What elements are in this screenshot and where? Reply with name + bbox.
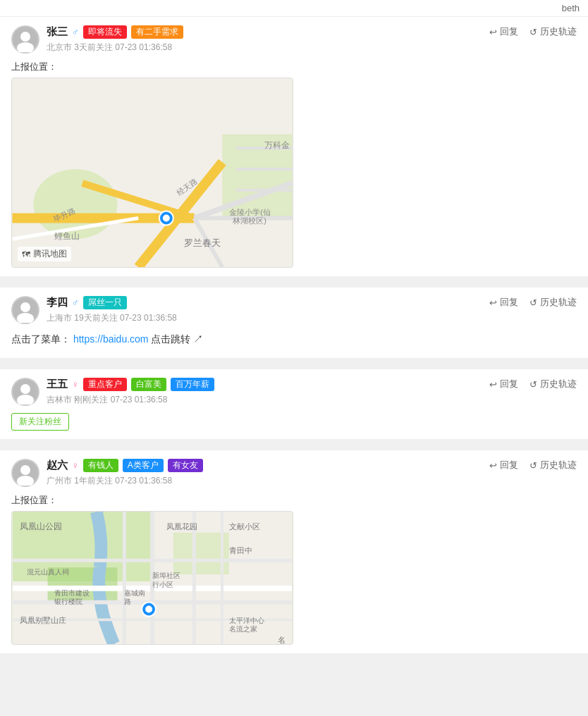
history-button-3[interactable]: ↺ 历史轨迹 (529, 378, 577, 390)
svg-text:凤凰别墅山庄: 凤凰别墅山庄 (20, 617, 66, 625)
svg-text:凤凰花园: 凤凰花园 (166, 522, 197, 531)
tag-rich: 有钱人 (83, 459, 118, 472)
history-icon: ↺ (529, 27, 537, 37)
svg-point-25 (163, 215, 170, 222)
user-info: 张三 ♂ 即将流失 有二手需求 北京市 3天前关注 07-23 01:36:58 (47, 25, 183, 54)
svg-point-30 (20, 384, 30, 394)
avatar-3 (11, 378, 39, 406)
history-icon-4: ↺ (529, 460, 537, 471)
tencent-map-label: 腾讯地图 (33, 248, 67, 260)
user-info-3: 王五 ♀ 重点客户 白富美 百万年薪 吉林市 刚刚关注 07-23 01:36:… (47, 378, 214, 406)
user-meta-3: 吉林市 刚刚关注 07-23 01:36:58 (47, 394, 214, 406)
user-name-row: 张三 ♂ 即将流失 有二手需求 (47, 25, 183, 39)
svg-text:名流之家: 名流之家 (229, 626, 257, 634)
svg-text:青田中: 青田中 (229, 547, 252, 555)
svg-text:名: 名 (278, 636, 286, 644)
user-info-2: 李四 ♂ 屌丝一只 上海市 19天前关注 07-23 01:36:58 (47, 296, 177, 324)
content-link[interactable]: https://baidu.com (73, 333, 149, 345)
history-button-2[interactable]: ↺ 历史轨迹 (529, 296, 577, 309)
svg-text:鲤鱼山: 鲤鱼山 (54, 231, 80, 241)
reply-label-2: 回复 (500, 296, 518, 309)
user-name-row-4: 赵六 ♀ 有钱人 A类客户 有女友 (47, 459, 203, 472)
user-name-row-2: 李四 ♂ 屌丝一只 (47, 296, 177, 309)
svg-point-33 (20, 465, 30, 475)
gender-icon-3: ♀ (72, 379, 79, 390)
tag-impending-loss: 即将流失 (83, 25, 127, 39)
avatar (11, 25, 39, 54)
external-link-icon: ↗ (193, 333, 203, 345)
svg-text:凤凰山公园: 凤凰山公园 (20, 521, 62, 531)
tag-secondhand: 有二手需求 (131, 25, 183, 39)
svg-text:文献小区: 文献小区 (229, 522, 260, 531)
user-meta-2: 上海市 19天前关注 07-23 01:36:58 (47, 312, 177, 324)
map-logo: 🗺 腾讯地图 (18, 247, 71, 261)
user-name-4: 赵六 (47, 459, 68, 472)
tag-baifumei: 白富美 (131, 378, 166, 391)
card-zhang-san: 张三 ♂ 即将流失 有二手需求 北京市 3天前关注 07-23 01:36:58… (0, 17, 588, 276)
svg-text:新埠社区: 新埠社区 (152, 572, 180, 579)
tag-girlfriend: 有女友 (168, 459, 203, 472)
user-header-4: 赵六 ♀ 有钱人 A类客户 有女友 广州市 1年前关注 07-23 01:36:… (11, 459, 577, 487)
user-header-3: 王五 ♀ 重点客户 白富美 百万年薪 吉林市 刚刚关注 07-23 01:36:… (11, 378, 577, 406)
svg-text:金陵小学(仙: 金陵小学(仙 (229, 208, 271, 216)
avatar-4 (11, 459, 39, 487)
location-label-2: 上报位置： (11, 494, 577, 507)
content-text-2: 点击了菜单： https://baidu.com 点击跳转 ↗ (11, 331, 577, 347)
reply-button-3[interactable]: ↩ 回复 (489, 378, 518, 390)
divider-3 (0, 445, 588, 450)
reply-button[interactable]: ↩ 回复 (489, 25, 518, 38)
history-button-4[interactable]: ↺ 历史轨迹 (529, 459, 577, 471)
svg-text:万科金: 万科金 (264, 140, 290, 150)
history-label-2: 历史轨迹 (540, 296, 577, 309)
svg-text:罗兰春天: 罗兰春天 (184, 237, 221, 248)
history-label: 历史轨迹 (540, 25, 577, 38)
svg-point-27 (20, 302, 30, 312)
user-name-2: 李四 (47, 296, 68, 309)
user-left-2: 李四 ♂ 屌丝一只 上海市 19天前关注 07-23 01:36:58 (11, 296, 177, 324)
user-name: 张三 (47, 25, 68, 39)
tag-salary: 百万年薪 (171, 378, 214, 391)
gender-icon-2: ♂ (72, 297, 79, 308)
reply-button-4[interactable]: ↩ 回复 (489, 459, 518, 471)
reply-icon-3: ↩ (489, 379, 497, 390)
map-1: 毕升路 经天路 鲤鱼山 罗兰春天 枫情水岸 金陵小学(仙 林湖校区) 万科金 🗺… (11, 78, 293, 268)
user-left-3: 王五 ♀ 重点客户 白富美 百万年薪 吉林市 刚刚关注 07-23 01:36:… (11, 378, 214, 406)
avatar-2 (11, 296, 39, 324)
history-icon-3: ↺ (529, 379, 537, 390)
svg-text:行小区: 行小区 (152, 581, 173, 588)
svg-point-63 (145, 606, 152, 613)
action-buttons-4: ↩ 回复 ↺ 历史轨迹 (489, 459, 577, 471)
user-info-4: 赵六 ♀ 有钱人 A类客户 有女友 广州市 1年前关注 07-23 01:36:… (47, 459, 203, 487)
top-bar-username: beth (562, 3, 580, 13)
reply-label: 回复 (500, 25, 518, 38)
history-button[interactable]: ↺ 历史轨迹 (529, 25, 577, 38)
svg-point-1 (20, 32, 30, 42)
action-buttons-3: ↩ 回复 ↺ 历史轨迹 (489, 378, 577, 390)
user-meta: 北京市 3天前关注 07-23 01:36:58 (47, 42, 183, 54)
user-left-4: 赵六 ♀ 有钱人 A类客户 有女友 广州市 1年前关注 07-23 01:36:… (11, 459, 203, 487)
reply-button-2[interactable]: ↩ 回复 (489, 296, 518, 309)
reply-icon-2: ↩ (489, 297, 497, 308)
history-icon-2: ↺ (529, 297, 537, 308)
reply-icon: ↩ (489, 27, 497, 37)
user-header-2: 李四 ♂ 屌丝一只 上海市 19天前关注 07-23 01:36:58 ↩ 回复… (11, 296, 577, 324)
gender-icon: ♂ (72, 27, 79, 37)
svg-text:林湖校区): 林湖校区) (232, 216, 267, 225)
user-left: 张三 ♂ 即将流失 有二手需求 北京市 3天前关注 07-23 01:36:58 (11, 25, 183, 54)
card-wang-wu: 王五 ♀ 重点客户 白富美 百万年薪 吉林市 刚刚关注 07-23 01:36:… (0, 369, 588, 439)
reply-label-3: 回复 (500, 378, 518, 390)
user-header: 张三 ♂ 即将流失 有二手需求 北京市 3天前关注 07-23 01:36:58… (11, 25, 577, 54)
tencent-map-icon: 🗺 (22, 249, 30, 259)
divider-1 (0, 282, 588, 288)
tag-aclass: A类客户 (123, 459, 164, 472)
divider-2 (0, 364, 588, 369)
svg-text:太平洋中心: 太平洋中心 (229, 617, 264, 625)
action-buttons-2: ↩ 回复 ↺ 历史轨迹 (489, 296, 577, 309)
history-label-3: 历史轨迹 (540, 378, 577, 390)
action-buttons: ↩ 回复 ↺ 历史轨迹 (489, 25, 577, 38)
card-zhao-liu: 赵六 ♀ 有钱人 A类客户 有女友 广州市 1年前关注 07-23 01:36:… (0, 450, 588, 653)
user-name-row-3: 王五 ♀ 重点客户 白富美 百万年薪 (47, 378, 214, 391)
svg-text:路: 路 (124, 598, 131, 605)
reply-icon-4: ↩ (489, 460, 497, 471)
reply-label-4: 回复 (500, 459, 518, 471)
